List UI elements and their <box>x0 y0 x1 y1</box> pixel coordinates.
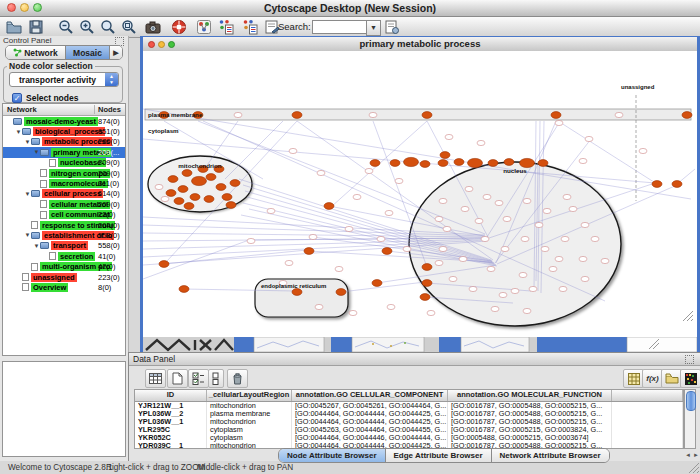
gene-node[interactable] <box>563 194 571 199</box>
gene-node[interactable] <box>345 226 353 231</box>
function-builder-icon[interactable]: f(x) <box>642 369 663 388</box>
gene-node[interactable] <box>511 288 519 293</box>
zoom-fit-icon[interactable] <box>100 19 116 35</box>
tree-item-cellular-process[interactable]: ▼cellular process614(0) <box>3 189 125 199</box>
column-header-annotation-go-cellular-component[interactable]: annotation.GO CELLULAR_COMPONENT <box>292 390 448 401</box>
table-row-ykr052c[interactable]: YKR052Ccytoplasm[GO:0044464, GO:0044446,… <box>135 434 683 442</box>
gene-node-selected[interactable] <box>222 194 232 201</box>
gene-node[interactable] <box>555 256 563 261</box>
gene-node-selected[interactable] <box>179 286 189 293</box>
gene-node[interactable] <box>543 208 551 213</box>
table-horizontal-scroll-arrows[interactable]: ◄► <box>679 450 700 459</box>
gene-node-selected[interactable] <box>182 170 192 177</box>
gene-node-selected[interactable] <box>230 180 240 187</box>
gene-node[interactable] <box>317 170 325 175</box>
tab-overflow-arrow-icon[interactable]: ▶ <box>110 46 122 59</box>
tree-item-nucleobase[interactable]: nucleobase-209(0) <box>3 158 125 168</box>
tree-item-cell-communicat[interactable]: cell communicat22(0) <box>3 210 125 220</box>
gene-node[interactable] <box>461 206 469 211</box>
gene-node[interactable] <box>459 256 467 261</box>
gene-node[interactable] <box>499 292 507 297</box>
vizmapper-icon[interactable] <box>196 19 212 35</box>
column-header-cellularlayoutregion[interactable]: _cellularLayoutRegion <box>207 390 292 401</box>
expand-arrow-icon[interactable]: ▼ <box>24 232 31 238</box>
gene-node[interactable] <box>549 266 557 271</box>
gene-node[interactable] <box>581 276 589 281</box>
gene-node[interactable] <box>335 266 343 271</box>
gene-node-selected[interactable] <box>420 294 430 301</box>
gene-node[interactable] <box>501 246 509 251</box>
network-zoom-icon[interactable] <box>168 41 175 48</box>
gene-node[interactable] <box>439 246 447 251</box>
tree-item-macromolecule[interactable]: macromolecule311(0) <box>3 178 125 188</box>
table-row-ypl036w-2[interactable]: YPL036W__2plasma membrane[GO:0044464, GO… <box>135 410 683 418</box>
gene-node[interactable] <box>234 112 242 117</box>
gene-node-selected[interactable] <box>420 161 430 168</box>
column-header-id[interactable]: ID <box>135 390 207 401</box>
save-icon[interactable] <box>28 19 44 35</box>
gene-node-selected[interactable] <box>370 160 380 167</box>
tree-item-nitrogen-compo[interactable]: nitrogen compo209(0) <box>3 168 125 178</box>
gene-node-selected[interactable] <box>178 186 188 193</box>
tree-item-primary-metabo[interactable]: ▼primary metabo209(... <box>3 147 125 157</box>
scrollbar-thumb[interactable] <box>686 391 696 411</box>
table-vertical-scrollbar[interactable] <box>684 389 696 449</box>
gene-node[interactable] <box>439 198 447 203</box>
gene-node[interactable] <box>535 222 543 227</box>
heatmap-icon[interactable] <box>680 369 700 388</box>
gene-node-selected[interactable] <box>504 159 514 166</box>
gene-node[interactable] <box>427 310 435 315</box>
gene-node-selected[interactable] <box>422 264 432 271</box>
tree-item-multi-organism-pro[interactable]: multi-organism pro42(0) <box>3 261 125 271</box>
gene-node-selected[interactable] <box>382 248 392 255</box>
tree-col-network[interactable]: Network <box>7 105 37 114</box>
gene-node-selected[interactable] <box>672 181 682 188</box>
gene-node[interactable] <box>639 148 647 153</box>
gene-node[interactable] <box>289 148 297 153</box>
multi-select-icon[interactable] <box>188 369 209 388</box>
gene-node[interactable] <box>529 286 537 291</box>
gene-node[interactable] <box>385 210 393 215</box>
gene-node[interactable] <box>491 306 499 311</box>
gene-node[interactable] <box>519 272 527 277</box>
gene-node[interactable] <box>579 256 587 261</box>
tree-item-secretion[interactable]: secretion41(0) <box>3 251 125 261</box>
gene-node[interactable] <box>353 194 361 199</box>
gene-node[interactable] <box>503 216 511 221</box>
gene-node[interactable] <box>541 246 549 251</box>
gene-node[interactable] <box>285 260 293 265</box>
table-row-ylr295c[interactable]: YLR295Ccytoplasm[GO:0045263, GO:0044464,… <box>135 426 683 434</box>
gene-node-selected[interactable] <box>438 160 448 167</box>
gene-node[interactable] <box>349 310 357 315</box>
gene-node[interactable] <box>155 184 163 189</box>
gene-node[interactable] <box>523 308 531 313</box>
gene-node-selected[interactable] <box>184 203 194 210</box>
gene-node-selected[interactable] <box>204 196 214 203</box>
tree-item-transport[interactable]: ▼transport558(0) <box>3 241 125 251</box>
attribute-select-icon[interactable] <box>145 369 166 388</box>
gene-node[interactable] <box>469 286 477 291</box>
gene-node[interactable] <box>579 158 587 163</box>
gene-node[interactable] <box>309 234 317 239</box>
gene-node-selected[interactable] <box>372 280 382 287</box>
tree-item-biological-process[interactable]: ▼biological_process651(0) <box>3 126 125 136</box>
tree-item-cellular-metabol[interactable]: cellular metabol209(0) <box>3 199 125 209</box>
data-panel-titlebar[interactable]: Data Panel <box>129 353 700 366</box>
row-select-icon[interactable] <box>208 369 224 388</box>
gene-node[interactable] <box>585 136 593 141</box>
gene-node-selected[interactable] <box>304 248 314 255</box>
search-dropdown-icon[interactable]: ▼ <box>366 20 381 36</box>
gene-node[interactable] <box>581 222 589 227</box>
gene-node[interactable] <box>475 218 483 223</box>
gene-node[interactable] <box>483 194 491 199</box>
gene-node[interactable] <box>369 112 377 117</box>
gene-node[interactable] <box>377 236 385 241</box>
gene-node-selected[interactable] <box>682 112 692 119</box>
network-minimize-icon[interactable] <box>158 41 165 48</box>
gene-node[interactable] <box>615 112 623 117</box>
expand-arrow-icon[interactable]: ▼ <box>24 191 31 197</box>
expand-arrow-icon[interactable]: ▼ <box>24 139 31 145</box>
gene-node-selected[interactable] <box>538 160 548 167</box>
gene-node[interactable] <box>487 266 495 271</box>
gene-node-selected[interactable] <box>336 289 346 296</box>
